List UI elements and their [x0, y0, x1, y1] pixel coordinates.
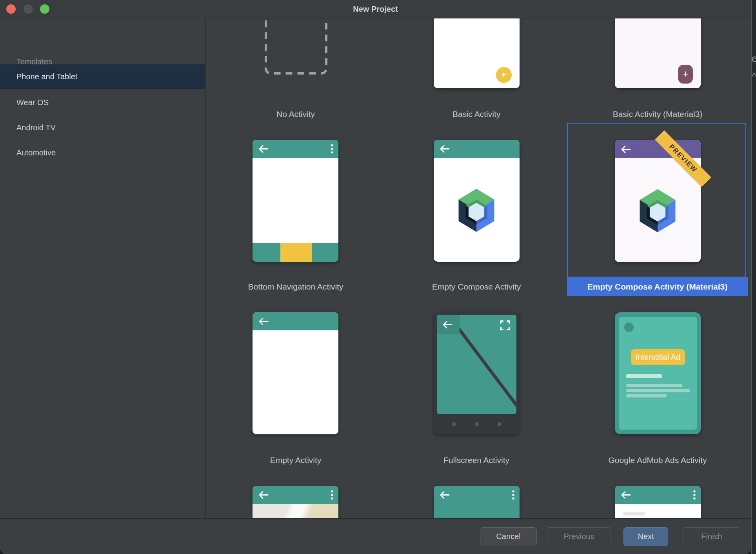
fab-plus-icon: + [678, 65, 693, 84]
kebab-menu-icon [693, 490, 696, 501]
skeleton-line [626, 394, 667, 397]
sidebar-item-automotive[interactable]: Automotive [0, 140, 205, 165]
mock-bottom-nav [253, 243, 338, 262]
empty-compose-activity-thumbnail[interactable] [434, 140, 520, 262]
mock-app-bar [253, 140, 338, 158]
back-arrow-icon [258, 491, 269, 501]
nav-dot [452, 422, 456, 426]
screen: New Project Templates Phone and Tablet W… [0, 0, 756, 554]
kebab-menu-icon [512, 490, 514, 501]
fullscreen-icon [500, 320, 510, 332]
mock-ad-screen [619, 317, 697, 430]
mock-app-bar [434, 486, 520, 504]
selected-template-label[interactable]: Empty Compose Activity (Material3) [567, 277, 748, 296]
bottom-navigation-activity-thumbnail[interactable] [253, 140, 338, 262]
basic-activity-material3-thumbnail[interactable]: + [615, 18, 701, 88]
mock-fullscreen-screen [437, 315, 516, 414]
back-arrow-icon [440, 145, 450, 155]
back-arrow-icon [621, 491, 631, 501]
empty-compose-activity-material3-thumbnail[interactable]: PREVIEW [615, 140, 701, 262]
mock-app-bar [253, 312, 338, 330]
kebab-menu-icon [331, 490, 333, 501]
camera-dot [624, 323, 634, 332]
nav-dot [498, 422, 502, 426]
mock-app-bar [615, 486, 701, 504]
back-arrow-icon [258, 317, 269, 327]
interstitial-ad-badge: Interstitial Ad [631, 349, 685, 365]
template-thumbnail[interactable] [615, 486, 701, 518]
mock-teal-body [434, 504, 520, 518]
template-label: Bottom Navigation Activity [225, 282, 366, 292]
maps-activity-thumbnail[interactable] [253, 486, 338, 518]
template-grid: + + No Activity Basic Activity Basic Act… [206, 18, 750, 518]
previous-button[interactable]: Previous [547, 527, 611, 546]
background-text-fragment: e [752, 53, 756, 65]
fab-plus-icon: + [496, 67, 512, 83]
new-project-dialog: New Project Templates Phone and Tablet W… [0, 0, 751, 554]
mock-back-chip [437, 315, 460, 334]
next-button[interactable]: Next [623, 527, 668, 546]
sidebar-item-wear-os[interactable]: Wear OS [0, 90, 205, 115]
sidebar-item-android-tv[interactable]: Android TV [0, 115, 205, 140]
skeleton-line [626, 374, 662, 378]
background-text-fragment: ^ [752, 71, 756, 83]
mock-map-body [253, 504, 338, 518]
template-label: Fullscreen Activity [406, 456, 547, 465]
background-window-edge: e ^ [751, 0, 756, 554]
fullscreen-activity-thumbnail[interactable] [434, 312, 520, 434]
template-label: Basic Activity (Material3) [587, 109, 728, 119]
back-arrow-icon [440, 491, 450, 501]
sidebar-item-phone-and-tablet[interactable]: Phone and Tablet [0, 64, 205, 89]
template-label: No Activity [225, 109, 366, 119]
template-label: Empty Compose Activity [406, 282, 547, 292]
dialog-footer: Cancel Previous Next Finish [0, 518, 751, 554]
finish-button[interactable]: Finish [683, 527, 740, 546]
jetpack-compose-logo-icon [637, 189, 678, 232]
back-arrow-icon [442, 321, 453, 330]
template-thumbnail[interactable] [434, 486, 520, 518]
skeleton-line [626, 384, 682, 387]
kebab-menu-icon [331, 144, 333, 155]
window-title: New Project [0, 0, 751, 18]
empty-activity-thumbnail[interactable] [253, 312, 338, 434]
skeleton-line [626, 389, 690, 392]
back-arrow-icon [258, 145, 269, 155]
skeleton-line [623, 512, 645, 516]
jetpack-compose-logo-icon [456, 189, 497, 232]
mock-app-bar [253, 486, 338, 504]
template-label: Basic Activity [406, 109, 547, 119]
google-admob-ads-activity-thumbnail[interactable]: Interstitial Ad [615, 312, 701, 434]
templates-sidebar: Templates Phone and Tablet Wear OS Andro… [0, 18, 206, 518]
no-activity-thumbnail[interactable] [264, 18, 328, 75]
title-bar: New Project [0, 0, 751, 18]
template-label: Empty Activity [225, 456, 366, 465]
nav-dot [475, 422, 479, 426]
template-label: Google AdMob Ads Activity [587, 456, 728, 465]
cancel-button[interactable]: Cancel [480, 527, 537, 546]
back-arrow-icon [621, 145, 631, 155]
mock-app-bar [434, 140, 520, 158]
basic-activity-thumbnail[interactable]: + [434, 18, 520, 88]
